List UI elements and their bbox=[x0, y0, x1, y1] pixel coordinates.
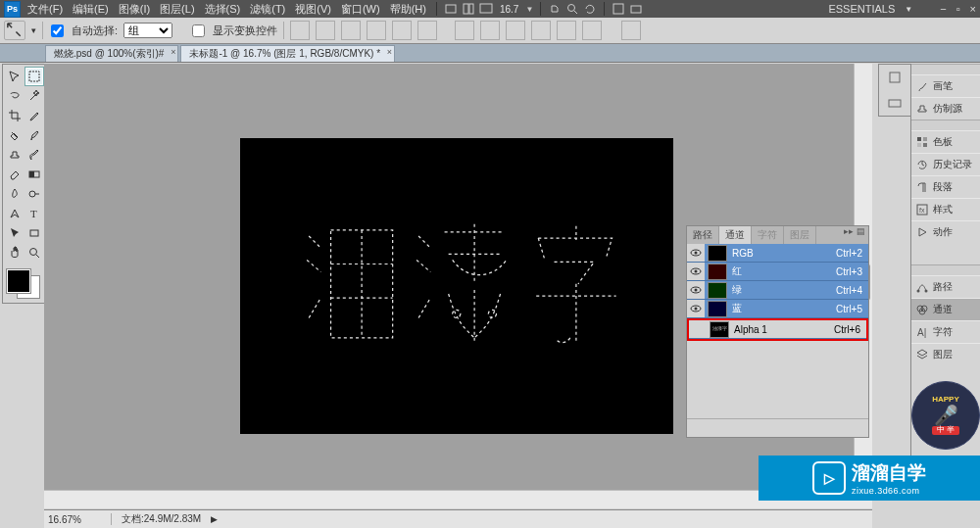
menu-window[interactable]: 窗口(W) bbox=[338, 2, 383, 17]
hand-tool[interactable] bbox=[5, 243, 24, 263]
visibility-eye-icon[interactable] bbox=[689, 320, 707, 338]
rect-marquee-tool[interactable] bbox=[24, 67, 44, 86]
menu-edit[interactable]: 编辑(E) bbox=[70, 2, 112, 17]
channel-alpha1[interactable]: 油漆字 Alpha 1 Ctrl+6 bbox=[689, 320, 866, 339]
auto-align-icon[interactable] bbox=[621, 21, 641, 40]
pen-tool[interactable] bbox=[5, 204, 24, 223]
menu-filter[interactable]: 滤镜(T) bbox=[247, 2, 288, 17]
distribute-hcenter-icon[interactable] bbox=[557, 21, 576, 40]
panel-history[interactable]: 历史记录 bbox=[911, 153, 980, 175]
panel-styles[interactable]: fx样式 bbox=[911, 198, 980, 220]
arrange-docs-icon[interactable] bbox=[462, 2, 475, 16]
tool-preset-picker[interactable] bbox=[4, 21, 25, 40]
rotate-view-icon[interactable] bbox=[583, 2, 597, 16]
crop-tool[interactable] bbox=[5, 106, 24, 125]
close-tab-icon[interactable]: × bbox=[387, 47, 392, 57]
panel-paragraph[interactable]: 段落 bbox=[911, 175, 980, 198]
distribute-vcenter-icon[interactable] bbox=[480, 21, 500, 40]
visibility-eye-icon[interactable] bbox=[687, 300, 705, 317]
panel-channels[interactable]: 通道 bbox=[911, 298, 980, 320]
doc-tab-2[interactable]: 未标题-1 @ 16.7% (图层 1, RGB/8/CMYK) *× bbox=[180, 45, 395, 62]
close-button[interactable]: × bbox=[970, 3, 976, 15]
align-top-icon[interactable] bbox=[290, 21, 310, 40]
svg-text:A|: A| bbox=[917, 327, 926, 338]
screen-mode-icon[interactable] bbox=[479, 2, 493, 16]
dodge-tool[interactable] bbox=[24, 184, 44, 204]
align-hcenter-icon[interactable] bbox=[392, 21, 412, 40]
path-select-tool[interactable] bbox=[5, 223, 24, 243]
gradient-tool[interactable] bbox=[24, 165, 44, 184]
channel-green[interactable]: 绿 Ctrl+4 bbox=[687, 281, 868, 300]
foreground-color[interactable] bbox=[7, 269, 30, 293]
visibility-eye-icon[interactable] bbox=[687, 244, 705, 262]
align-left-icon[interactable] bbox=[367, 21, 386, 40]
distribute-bottom-icon[interactable] bbox=[506, 21, 525, 40]
menu-file[interactable]: 文件(F) bbox=[24, 2, 66, 17]
tab-paths[interactable]: 路径 bbox=[687, 226, 719, 244]
svg-point-11 bbox=[29, 191, 35, 197]
rectangle-tool[interactable] bbox=[24, 223, 44, 243]
zoom-field[interactable]: 16.67% bbox=[48, 514, 101, 525]
align-bottom-icon[interactable] bbox=[341, 21, 361, 40]
distribute-left-icon[interactable] bbox=[531, 21, 551, 40]
color-swatches[interactable] bbox=[7, 269, 40, 299]
lasso-tool[interactable] bbox=[5, 86, 24, 106]
panel-swatches[interactable]: 色板 bbox=[911, 130, 980, 153]
eraser-tool[interactable] bbox=[5, 165, 24, 184]
hand-icon[interactable] bbox=[548, 2, 562, 16]
align-right-icon[interactable] bbox=[417, 21, 437, 40]
restore-button[interactable]: ▫ bbox=[956, 3, 960, 15]
horizontal-scrollbar[interactable] bbox=[44, 490, 872, 508]
auto-select-checkbox[interactable] bbox=[51, 24, 64, 37]
menu-layer[interactable]: 图层(L) bbox=[157, 2, 197, 17]
launch-bridge-icon[interactable] bbox=[444, 2, 458, 16]
move-tool[interactable] bbox=[5, 67, 24, 86]
menu-help[interactable]: 帮助(H) bbox=[387, 2, 429, 17]
extras-icon-2[interactable] bbox=[629, 2, 643, 16]
close-tab-icon[interactable]: × bbox=[171, 47, 175, 57]
panel-layers[interactable]: 图层 bbox=[911, 343, 980, 365]
zoom-tool[interactable] bbox=[24, 243, 44, 263]
tab-channels[interactable]: 通道 bbox=[719, 226, 752, 244]
visibility-eye-icon[interactable] bbox=[687, 281, 705, 299]
menu-image[interactable]: 图像(I) bbox=[116, 2, 153, 17]
panel-brush[interactable]: 画笔 bbox=[911, 74, 980, 97]
panel-clone-source[interactable]: 仿制源 bbox=[911, 97, 980, 120]
panel-character[interactable]: A|字符 bbox=[911, 320, 980, 343]
panel-actions[interactable]: 动作 bbox=[911, 220, 980, 243]
zoom-level-indicator[interactable]: 16.7 bbox=[497, 4, 521, 15]
channel-red[interactable]: 红 Ctrl+3 bbox=[687, 263, 868, 281]
heal-tool[interactable] bbox=[5, 125, 24, 145]
history-brush-tool[interactable] bbox=[24, 145, 44, 165]
type-tool[interactable]: T bbox=[24, 204, 44, 223]
canvas[interactable] bbox=[240, 138, 673, 434]
tab-layers[interactable]: 图层 bbox=[784, 226, 816, 244]
blur-tool[interactable] bbox=[5, 184, 24, 204]
dock-icon-1[interactable] bbox=[879, 65, 910, 90]
align-vcenter-icon[interactable] bbox=[316, 21, 335, 40]
show-transform-checkbox[interactable] bbox=[192, 24, 205, 37]
tab-character[interactable]: 字符 bbox=[752, 226, 784, 244]
menu-view[interactable]: 视图(V) bbox=[292, 2, 334, 17]
svg-rect-36 bbox=[890, 72, 900, 82]
channel-blue[interactable]: 蓝 Ctrl+5 bbox=[687, 300, 868, 318]
zoom-icon[interactable] bbox=[565, 2, 579, 16]
magic-wand-tool[interactable] bbox=[24, 86, 44, 106]
distribute-right-icon[interactable] bbox=[582, 21, 602, 40]
dock-icon-2[interactable] bbox=[879, 90, 910, 116]
menu-select[interactable]: 选择(S) bbox=[202, 2, 244, 17]
distribute-top-icon[interactable] bbox=[455, 21, 474, 40]
min-button[interactable]: − bbox=[940, 3, 946, 15]
brush-tool[interactable] bbox=[24, 125, 44, 145]
doc-tab-1[interactable]: 燃烧.psd @ 100%(索引)#× bbox=[45, 45, 178, 62]
extras-icon[interactable] bbox=[612, 2, 625, 16]
channel-rgb[interactable]: RGB Ctrl+2 bbox=[687, 244, 868, 263]
status-menu-arrow-icon[interactable]: ▶ bbox=[211, 514, 218, 524]
panel-paths[interactable]: 路径 bbox=[911, 275, 980, 298]
visibility-eye-icon[interactable] bbox=[687, 263, 705, 280]
auto-select-dropdown[interactable]: 组 bbox=[123, 23, 172, 38]
eyedropper-tool[interactable] bbox=[24, 106, 44, 125]
workspace-switcher[interactable]: ESSENTIALS bbox=[828, 3, 895, 15]
stamp-tool[interactable] bbox=[5, 145, 24, 165]
panel-menu-icon[interactable]: ▸▸ ▤ bbox=[841, 226, 868, 244]
